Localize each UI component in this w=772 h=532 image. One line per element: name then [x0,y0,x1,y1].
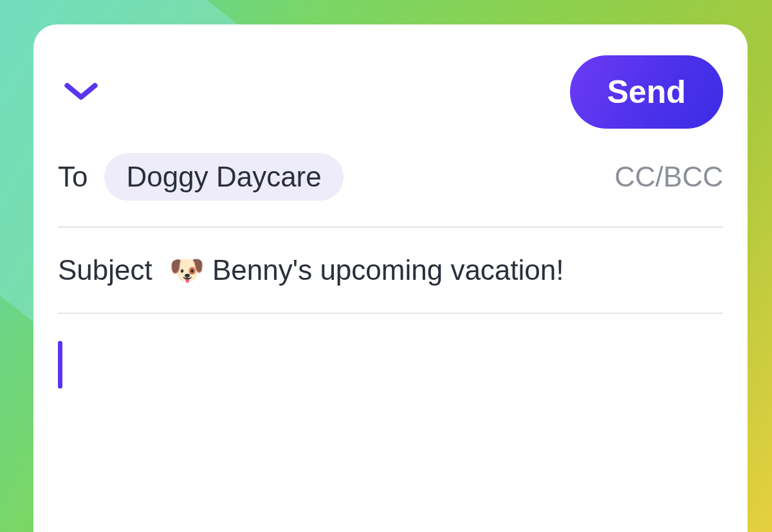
send-button[interactable]: Send [570,55,723,129]
to-field-row: To Doggy Daycare CC/BCC [58,127,723,228]
subject-input[interactable]: 🐶 Benny's upcoming vacation! [169,253,564,287]
body-input[interactable] [58,314,723,389]
to-label: To [58,161,87,193]
subject-field-row[interactable]: Subject 🐶 Benny's upcoming vacation! [58,228,723,314]
recipient-chip[interactable]: Doggy Daycare [104,153,343,201]
cc-bcc-button[interactable]: CC/BCC [614,161,723,193]
compose-header: Send [58,57,723,127]
subject-label: Subject [58,254,152,286]
chevron-down-icon [64,80,98,104]
compose-card: Send To Doggy Daycare CC/BCC Subject 🐶 B… [33,24,748,532]
text-cursor-caret [58,341,62,389]
collapse-button[interactable] [58,69,104,115]
